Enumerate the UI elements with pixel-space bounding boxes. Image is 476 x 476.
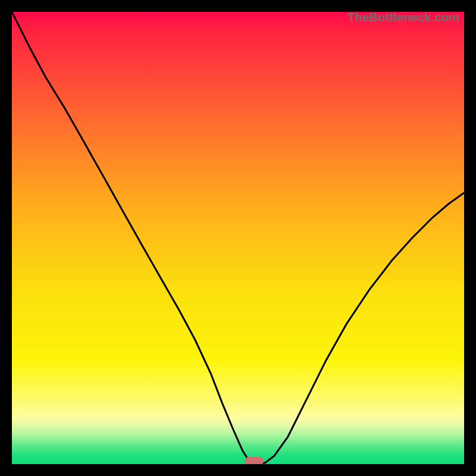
bottleneck-curve [12,12,464,464]
bottleneck-marker [245,457,264,464]
chart-frame: TheBottleneck.com [0,0,476,476]
plot-area: TheBottleneck.com [12,12,464,464]
curve-path [12,12,464,464]
